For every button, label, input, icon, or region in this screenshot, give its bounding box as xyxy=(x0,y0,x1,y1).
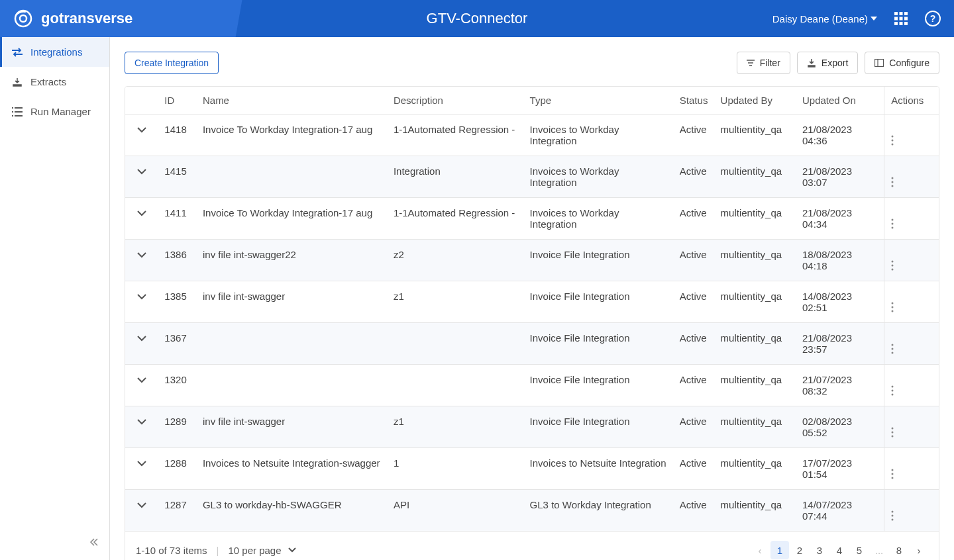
cell-name: inv file int-swagger xyxy=(196,406,387,448)
cell-id: 1367 xyxy=(158,323,196,365)
brand-logo[interactable]: gotransverse xyxy=(0,9,146,28)
row-actions-menu[interactable] xyxy=(891,457,932,479)
expand-row-icon[interactable] xyxy=(137,502,146,508)
export-button[interactable]: Export xyxy=(797,52,858,74)
expand-row-icon[interactable] xyxy=(137,419,146,425)
row-actions-menu[interactable] xyxy=(891,374,932,396)
cell-status: Active xyxy=(673,323,714,365)
cell-description xyxy=(387,365,523,406)
row-actions-menu[interactable] xyxy=(891,416,932,438)
svg-point-15 xyxy=(892,144,894,146)
svg-point-13 xyxy=(892,136,894,138)
row-actions-menu[interactable] xyxy=(891,499,932,521)
svg-point-25 xyxy=(892,303,894,304)
table-row: 1418Invoice To Workday Integration-17 au… xyxy=(125,115,939,156)
brand-text: gotransverse xyxy=(41,10,132,27)
cell-description: Integration xyxy=(387,156,523,198)
expand-row-icon[interactable] xyxy=(137,127,146,133)
cell-status: Active xyxy=(673,115,714,156)
expand-row-icon[interactable] xyxy=(137,169,146,175)
expand-row-icon[interactable] xyxy=(137,377,146,383)
sidebar-item-integrations[interactable]: Integrations xyxy=(0,37,109,67)
svg-point-33 xyxy=(892,394,894,396)
svg-point-38 xyxy=(892,473,894,475)
app-header: gotransverse GTV-Connector Daisy Deane (… xyxy=(0,0,954,37)
sidebar-item-extracts[interactable]: Extracts xyxy=(0,67,109,97)
cell-description: API xyxy=(387,490,523,532)
svg-point-34 xyxy=(892,428,894,430)
cell-updated-on: 21/08/2023 04:34 xyxy=(796,198,884,240)
page-3[interactable]: 3 xyxy=(810,541,829,559)
svg-rect-7 xyxy=(904,17,908,21)
per-page-selector[interactable]: 10 per page xyxy=(228,545,295,556)
table-row: 1320Invoice File IntegrationActivemultie… xyxy=(125,365,939,406)
svg-point-28 xyxy=(892,344,894,346)
cell-name xyxy=(196,365,387,406)
expand-row-icon[interactable] xyxy=(137,336,146,342)
cell-updated-by: multientity_qa xyxy=(714,240,796,281)
cell-updated-by: multientity_qa xyxy=(714,115,796,156)
cell-id: 1411 xyxy=(158,198,196,240)
cell-name xyxy=(196,156,387,198)
cell-id: 1418 xyxy=(158,115,196,156)
cell-updated-on: 14/07/2023 07:44 xyxy=(796,490,884,532)
expand-row-icon[interactable] xyxy=(137,210,146,216)
cell-name: inv file int-swagger22 xyxy=(196,240,387,281)
page-4[interactable]: 4 xyxy=(830,541,849,559)
page-5[interactable]: 5 xyxy=(850,541,869,559)
sidebar-item-run-manager[interactable]: Run Manager xyxy=(0,97,109,126)
cell-description: 1-1Automated Regression - xyxy=(387,115,523,156)
svg-point-35 xyxy=(892,432,894,434)
cell-id: 1320 xyxy=(158,365,196,406)
help-icon[interactable]: ? xyxy=(925,11,941,26)
expand-row-icon[interactable] xyxy=(137,461,146,467)
column-header-actions: Actions xyxy=(884,87,939,115)
pagination: ‹ 12345...8 › xyxy=(751,541,928,559)
svg-point-20 xyxy=(892,223,894,225)
row-actions-menu[interactable] xyxy=(891,124,932,146)
page-prev[interactable]: ‹ xyxy=(751,541,769,559)
row-actions-menu[interactable] xyxy=(891,165,932,187)
page-2[interactable]: 2 xyxy=(790,541,809,559)
row-actions-menu[interactable] xyxy=(891,332,932,354)
svg-point-19 xyxy=(892,219,894,221)
table-row: 1288Invoices to Netsuite Integration-swa… xyxy=(125,448,939,490)
configure-button[interactable]: Configure xyxy=(865,52,939,74)
table-row: 1385inv file int-swaggerz1Invoice File I… xyxy=(125,281,939,323)
page-1[interactable]: 1 xyxy=(770,541,789,559)
cell-updated-on: 17/07/2023 01:54 xyxy=(796,448,884,490)
page-8[interactable]: 8 xyxy=(890,541,908,559)
table-row: 1415IntegrationInvoices to Workday Integ… xyxy=(125,156,939,198)
cell-status: Active xyxy=(673,156,714,198)
integrations-table: ID Name Description Type Status Updated … xyxy=(125,86,939,560)
column-header-name[interactable]: Name xyxy=(196,87,387,115)
apps-icon[interactable] xyxy=(893,11,909,26)
table-footer: 1-10 of 73 items | 10 per page ‹ 12345..… xyxy=(125,532,939,560)
table-row: 1411Invoice To Workday Integration-17 au… xyxy=(125,198,939,240)
cell-id: 1289 xyxy=(158,406,196,448)
column-header-type[interactable]: Type xyxy=(523,87,673,115)
cell-name: Invoices to Netsuite Integration-swagger xyxy=(196,448,387,490)
row-actions-menu[interactable] xyxy=(891,291,932,312)
expand-row-icon[interactable] xyxy=(137,294,146,300)
create-integration-button[interactable]: Create Integration xyxy=(125,52,219,74)
column-header-status[interactable]: Status xyxy=(673,87,714,115)
column-header-updated-on[interactable]: Updated On xyxy=(796,87,884,115)
cell-type: Invoice File Integration xyxy=(523,406,673,448)
column-header-id[interactable]: ID xyxy=(158,87,196,115)
svg-point-31 xyxy=(892,386,894,388)
row-actions-menu[interactable] xyxy=(891,249,932,271)
cell-type: Invoices to Netsuite Integration xyxy=(523,448,673,490)
user-menu[interactable]: Daisy Deane (Deane) xyxy=(772,13,877,24)
page-next[interactable]: › xyxy=(910,541,928,559)
column-header-description[interactable]: Description xyxy=(387,87,523,115)
column-header-updated-by[interactable]: Updated By xyxy=(714,87,796,115)
filter-button[interactable]: Filter xyxy=(737,52,790,74)
cell-updated-on: 18/08/2023 04:18 xyxy=(796,240,884,281)
svg-point-17 xyxy=(892,181,894,183)
cell-description: z1 xyxy=(387,406,523,448)
expand-row-icon[interactable] xyxy=(137,252,146,258)
row-actions-menu[interactable] xyxy=(891,207,932,229)
cell-type: Invoice File Integration xyxy=(523,240,673,281)
sidebar-collapse-button[interactable] xyxy=(89,537,99,547)
